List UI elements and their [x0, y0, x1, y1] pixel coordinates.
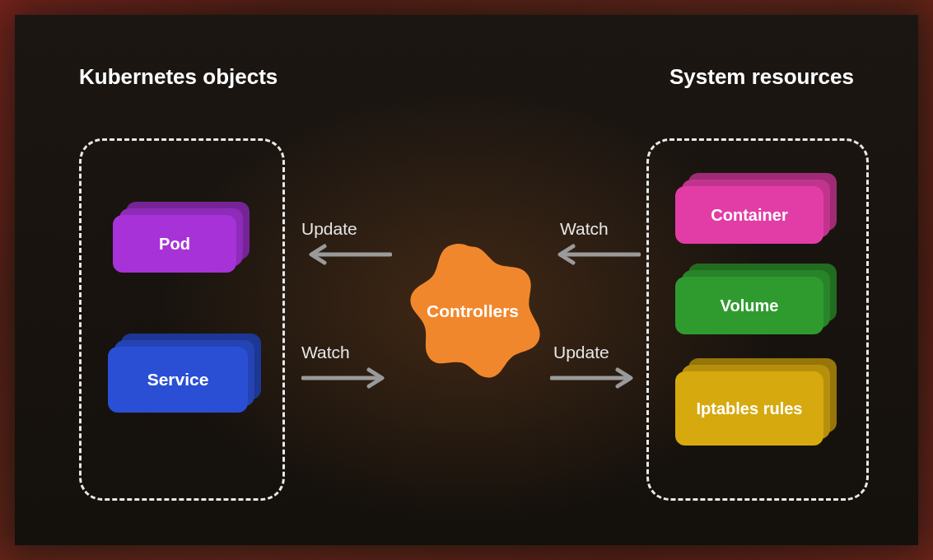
- kubernetes-objects-box: Pod Service: [79, 138, 285, 501]
- diagram-frame: { "headings": { "left": "Kubernetes obje…: [15, 15, 918, 545]
- arrow-watch-left: Watch: [301, 343, 392, 389]
- arrow-update-left: Update: [301, 219, 392, 265]
- controllers-node: Controllers: [399, 237, 547, 385]
- arrow-watch-right: Watch: [550, 219, 641, 265]
- card-volume-label: Volume: [675, 277, 823, 334]
- arrow-right-icon: [301, 367, 392, 389]
- card-container-label: Container: [675, 186, 823, 244]
- arrow-update-right: Update: [550, 343, 641, 389]
- arrow-watch-left-label: Watch: [301, 343, 350, 362]
- card-pod-label: Pod: [113, 215, 236, 273]
- heading-system-resources: System resources: [669, 64, 854, 90]
- arrow-watch-right-label: Watch: [560, 219, 609, 239]
- arrow-update-left-label: Update: [301, 219, 357, 239]
- heading-kubernetes-objects: Kubernetes objects: [79, 64, 278, 90]
- card-iptables-label: Iptables rules: [675, 371, 823, 446]
- card-service-label: Service: [108, 347, 248, 413]
- system-resources-box: Container Volume Iptables rules: [646, 138, 869, 501]
- arrow-update-right-label: Update: [553, 343, 609, 362]
- arrow-left-icon: [550, 244, 641, 265]
- controllers-label: Controllers: [427, 301, 519, 321]
- arrow-right-icon: [550, 367, 641, 389]
- arrow-left-icon: [301, 244, 392, 265]
